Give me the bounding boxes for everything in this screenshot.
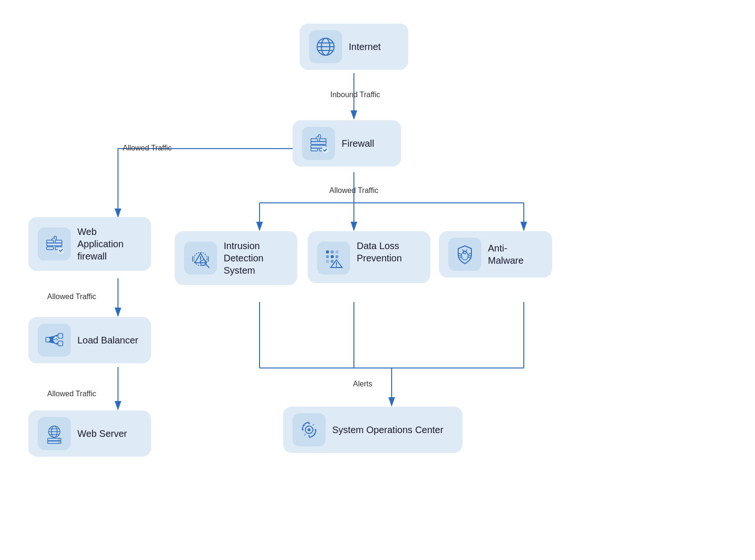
webserver-node: Web Server [28,410,151,457]
svg-rect-24 [319,139,326,142]
inbound-traffic-label: Inbound Traffic [330,91,380,99]
svg-rect-43 [326,260,329,263]
svg-point-46 [336,266,337,267]
ids-label: Intrusion Detection System [224,240,264,276]
svg-marker-63 [55,334,58,337]
waf-label: Web Application firewall [77,226,124,262]
svg-line-50 [459,257,461,258]
svg-line-56 [466,250,467,251]
allowed-traffic-lb-label: Allowed Traffic [47,293,96,301]
firewall-icon [302,127,335,160]
waf-icon [38,227,71,260]
loadbalancer-icon [38,324,71,357]
svg-rect-39 [336,251,338,253]
antimalware-label: Anti-Malware [488,242,543,267]
internet-node: Internet [300,24,408,70]
svg-rect-44 [331,260,334,263]
internet-icon [309,30,342,63]
svg-rect-26 [47,243,62,246]
svg-rect-23 [311,139,318,142]
svg-rect-58 [58,334,63,338]
dlp-label: Data Loss Prevention [357,240,402,264]
svg-marker-65 [55,338,58,341]
soc-icon [293,413,326,446]
firewall-node: Firewall [293,120,401,167]
antimalware-icon [448,238,481,271]
svg-line-48 [459,253,461,254]
firewall-label: Firewall [342,137,374,150]
svg-rect-38 [331,251,334,253]
svg-rect-29 [47,240,53,243]
svg-rect-59 [58,341,63,346]
svg-point-47 [461,251,468,260]
allowed-traffic-waf-label: Allowed Traffic [123,144,172,152]
svg-point-75 [59,439,59,440]
diagram-container: Internet Firewall [0,0,755,560]
svg-line-60 [50,336,55,339]
ids-icon [184,242,217,275]
ids-node: Intrusion Detection System [175,231,297,285]
svg-rect-20 [311,142,326,144]
webserver-label: Web Server [77,427,127,440]
svg-line-51 [468,253,471,254]
svg-rect-57 [46,337,50,342]
soc-node: System Operations Center [283,407,462,453]
svg-line-55 [462,250,464,251]
svg-rect-37 [326,251,329,253]
dlp-icon [317,242,350,275]
svg-rect-27 [47,247,53,250]
svg-marker-64 [55,343,58,345]
alerts-label: Alerts [353,380,372,388]
svg-line-53 [468,257,471,258]
svg-point-67 [308,428,310,431]
dlp-node: Data Loss Prevention [308,231,430,283]
svg-rect-40 [326,255,329,258]
soc-label: System Operations Center [332,424,444,436]
svg-line-35 [206,265,209,267]
internet-label: Internet [349,41,381,53]
svg-rect-30 [55,240,62,243]
svg-line-62 [50,341,55,343]
webserver-icon [38,417,71,450]
waf-node: Web Application firewall [28,217,151,271]
svg-point-76 [59,442,59,443]
allowed-traffic-firewall-label: Allowed Traffic [329,186,378,195]
svg-rect-41 [331,255,334,258]
svg-rect-42 [336,255,338,258]
antimalware-node: Anti-Malware [439,231,552,277]
loadbalancer-node: Load Balancer [28,317,151,363]
svg-rect-21 [311,148,318,151]
loadbalancer-label: Load Balancer [77,334,138,346]
allowed-traffic-ws-label: Allowed Traffic [47,390,96,398]
